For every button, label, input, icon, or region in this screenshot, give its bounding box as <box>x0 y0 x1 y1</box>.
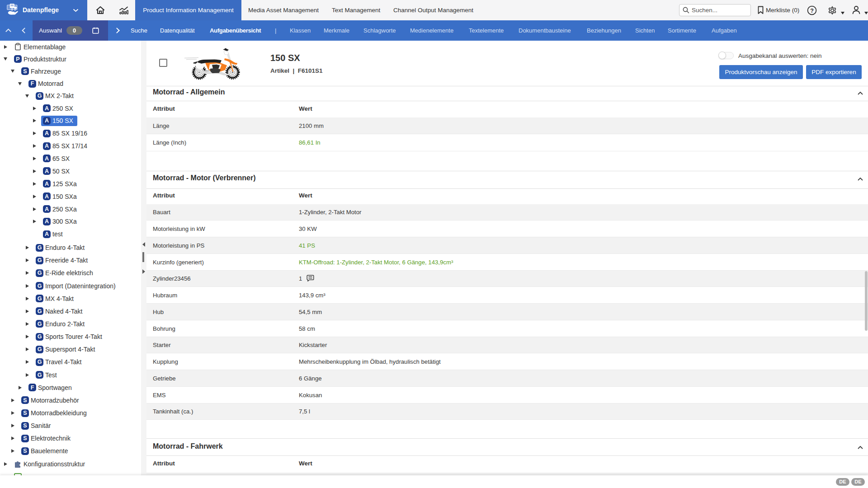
svg-text:?: ? <box>810 8 814 14</box>
